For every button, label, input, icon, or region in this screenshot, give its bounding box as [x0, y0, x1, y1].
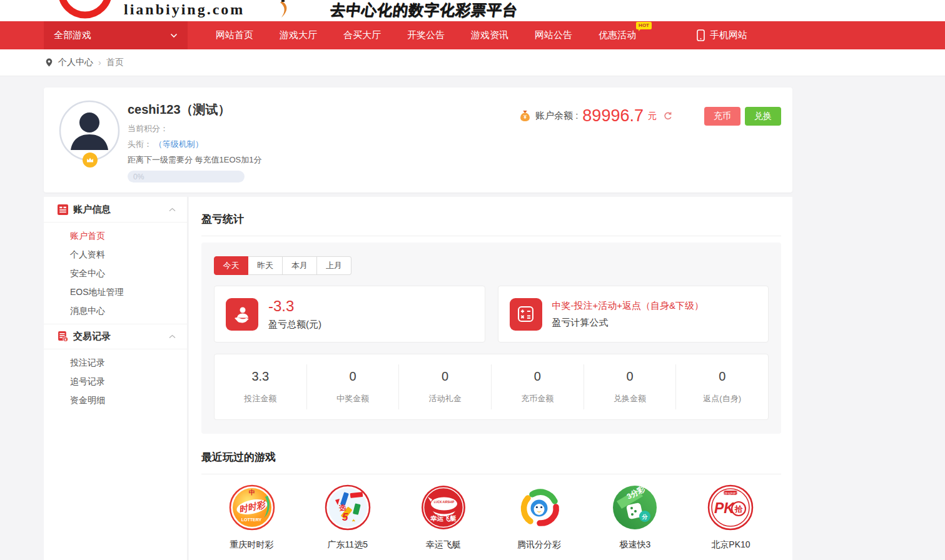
- profile-info: ceshi123（测试） 当前积分： 头衔： （等级机制） 距离下一级需要分 每…: [128, 101, 262, 182]
- mobile-site-link[interactable]: 手机网站: [697, 21, 747, 49]
- nav-item-promotions[interactable]: 优惠活动 HOT: [585, 21, 649, 49]
- main-nav: 全部游戏 网站首页 游戏大厅 合买大厅 开奖公告 游戏资讯 网站公告 优惠活动 …: [0, 21, 945, 49]
- hand-holding-user-icon: [226, 298, 258, 331]
- balance-label: 账户余额 :: [535, 110, 578, 122]
- tab-yesterday[interactable]: 昨天: [248, 256, 283, 275]
- balance-group: ¥ 账户余额 : 89996.7 元: [519, 106, 673, 126]
- tab-today[interactable]: 今天: [214, 256, 248, 275]
- svg-text:拾: 拾: [734, 504, 744, 514]
- nav-item-game-hall[interactable]: 游戏大厅: [266, 21, 330, 49]
- breadcrumb-home: 首页: [106, 57, 124, 68]
- sidebar-items-transactions: 投注记录 追号记录 资金明细: [44, 349, 187, 413]
- sidebar-section-title: 交易记录: [73, 331, 169, 342]
- breadcrumb: 个人中心 › 首页: [0, 49, 945, 76]
- chevron-up-icon: [169, 334, 176, 339]
- nav-item-home[interactable]: 网站首页: [203, 21, 266, 49]
- nav-item-site-notice[interactable]: 网站公告: [522, 21, 585, 49]
- svg-text:LOTTERY: LOTTERY: [241, 518, 261, 522]
- sidebar-item-bet-records[interactable]: 投注记录: [44, 353, 187, 372]
- speed-k3-logo: 3分彩 分: [612, 484, 658, 531]
- balance-value: 89996.7: [582, 106, 644, 126]
- sidebar-section-account-info[interactable]: 账户信息: [44, 197, 187, 222]
- page: lianbiying.com 去中心化的数字化彩票平台 全部游戏 网站首页 游戏…: [0, 0, 945, 560]
- profit-formula-value: 中奖-投注+活动+返点（自身&下级）: [552, 300, 704, 312]
- game-lucky-airship[interactable]: LUCK AIRSHIP 幸运飞艇 幸运飞艇: [395, 484, 491, 551]
- recharge-button[interactable]: 充币: [704, 107, 740, 126]
- stat-recharge-amount: 0 充币金额: [492, 364, 584, 409]
- tab-this-month[interactable]: 本月: [283, 256, 317, 275]
- game-gd11x5[interactable]: 选 5 广东11选5: [300, 484, 395, 551]
- svg-text:分: 分: [642, 514, 649, 520]
- flourish-icon: [278, 0, 290, 19]
- stat-activity-bonus: 0 活动礼金: [399, 364, 492, 409]
- profit-total-text: -3.3 盈亏总额(元): [268, 298, 321, 331]
- nav-item-lottery-results[interactable]: 开奖公告: [394, 21, 458, 49]
- cqssc-lottery-logo: 时时彩 LOTTERY 中: [229, 484, 275, 531]
- sidebar-item-eos-address[interactable]: EOS地址管理: [44, 282, 187, 301]
- stats-row: 3.3 投注金额 0 中奖金额 0 活动礼金 0 充币金额: [214, 354, 769, 420]
- recent-games-title: 最近玩过的游戏: [201, 450, 781, 474]
- profit-formula-label: 盈亏计算公式: [552, 317, 704, 329]
- level-mechanism-link[interactable]: （等级机制）: [154, 139, 203, 149]
- nav-item-group-buy[interactable]: 合买大厅: [330, 21, 394, 49]
- lucky-airship-logo: LUCK AIRSHIP 幸运飞艇: [420, 484, 467, 531]
- level-crown-badge: [83, 152, 98, 168]
- stat-bet-amount: 3.3 投注金额: [215, 364, 307, 409]
- balance-unit: 元: [648, 111, 657, 122]
- profit-loss-title: 盈亏统计: [201, 212, 781, 236]
- sidebar: 账户信息 账户首页 个人资料 安全中心 EOS地址管理 消息中心: [44, 197, 188, 560]
- location-pin-icon: [45, 58, 53, 68]
- brand-logo-icon: [53, 0, 118, 21]
- username: ceshi123（测试）: [128, 101, 262, 118]
- svg-text:幸运飞艇: 幸运飞艇: [430, 514, 457, 522]
- crown-icon: [86, 157, 94, 163]
- sidebar-section-transactions[interactable]: ¥ 交易记录: [44, 324, 187, 349]
- title-line: 头衔： （等级机制）: [128, 139, 262, 150]
- summary-cards: -3.3 盈亏总额(元): [214, 286, 769, 342]
- sidebar-item-security-center[interactable]: 安全中心: [44, 264, 187, 282]
- points-line: 当前积分：: [128, 123, 262, 134]
- stat-rebate-self: 0 返点(自身): [676, 364, 768, 409]
- main-panel: 盈亏统计 今天 昨天 本月 上月: [189, 197, 792, 560]
- breadcrumb-personal-center[interactable]: 个人中心: [58, 57, 93, 68]
- svg-text:¥: ¥: [523, 114, 527, 120]
- avatar[interactable]: [59, 100, 120, 161]
- profit-loss-panel: 今天 昨天 本月 上月: [201, 242, 781, 434]
- svg-text:中: 中: [249, 489, 255, 496]
- game-beijing-pk10[interactable]: 中国福利彩票 PK 拾 北京PK10: [683, 484, 779, 551]
- upgrade-hint: 距离下一级需要分 每充值1EOS加1分: [128, 154, 262, 166]
- stat-win-amount: 0 中奖金额: [307, 364, 400, 409]
- beijing-pk10-logo: 中国福利彩票 PK 拾: [707, 484, 754, 531]
- progress-percent: 0%: [133, 172, 144, 181]
- mobile-site-label: 手机网站: [710, 29, 747, 41]
- profile-card: ceshi123（测试） 当前积分： 头衔： （等级机制） 距离下一级需要分 每…: [44, 88, 792, 192]
- profile-actions: 充币 兑换: [704, 107, 781, 126]
- exchange-button[interactable]: 兑换: [745, 107, 781, 126]
- gd-11x5-logo: 选 5: [325, 484, 371, 531]
- svg-text:5: 5: [342, 511, 348, 523]
- game-tencent-ffc[interactable]: 腾讯分分彩: [492, 484, 587, 551]
- sidebar-item-account-home[interactable]: 账户首页: [44, 226, 187, 245]
- profit-total-label: 盈亏总额(元): [268, 319, 321, 331]
- svg-text:LUCK AIRSHIP: LUCK AIRSHIP: [434, 501, 455, 504]
- all-games-dropdown[interactable]: 全部游戏: [44, 21, 188, 49]
- transaction-record-icon: ¥: [58, 331, 68, 342]
- game-cqssc[interactable]: 时时彩 LOTTERY 中 重庆时时彩: [204, 484, 300, 551]
- sidebar-item-message-center[interactable]: 消息中心: [44, 301, 187, 320]
- level-progress-bar: 0%: [128, 171, 245, 182]
- profit-total-value: -3.3: [268, 298, 321, 315]
- sidebar-item-personal-profile[interactable]: 个人资料: [44, 245, 187, 264]
- tencent-ffc-logo: [516, 484, 562, 531]
- nav-items: 网站首页 游戏大厅 合买大厅 开奖公告 游戏资讯 网站公告 优惠活动 HOT: [203, 21, 649, 49]
- refresh-balance-icon[interactable]: [663, 111, 673, 121]
- profit-total-card: -3.3 盈亏总额(元): [214, 286, 485, 342]
- sidebar-item-fund-details[interactable]: 资金明细: [44, 391, 187, 409]
- game-speed-k3[interactable]: 3分彩 分 极速快3: [587, 484, 683, 551]
- breadcrumb-separator: ›: [98, 58, 101, 68]
- sidebar-item-chase-records[interactable]: 追号记录: [44, 372, 187, 391]
- profit-formula-text: 中奖-投注+活动+返点（自身&下级） 盈亏计算公式: [552, 300, 704, 329]
- sidebar-items-account: 账户首页 个人资料 安全中心 EOS地址管理 消息中心: [44, 222, 187, 324]
- tab-last-month[interactable]: 上月: [317, 256, 351, 275]
- chevron-up-icon: [169, 208, 176, 212]
- nav-item-game-news[interactable]: 游戏资讯: [458, 21, 522, 49]
